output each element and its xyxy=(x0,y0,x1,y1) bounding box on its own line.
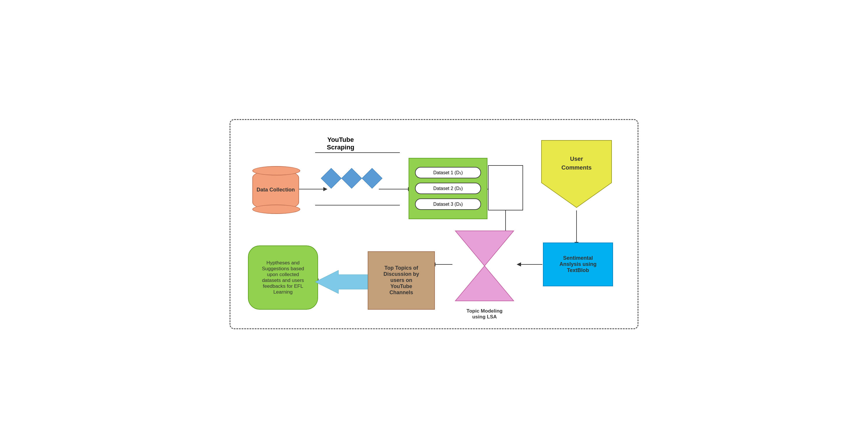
top-topics-node: Top Topics of Discussion by users on You… xyxy=(368,251,435,310)
diamond-3 xyxy=(362,168,382,189)
diamond-2 xyxy=(341,168,362,189)
cylinder-shape: Data Collection xyxy=(252,169,299,211)
big-arrow-shape xyxy=(315,270,369,294)
hourglass-shape xyxy=(453,228,517,304)
svg-marker-17 xyxy=(541,140,612,207)
topic-modeling-node: Topic Modeling using LSA xyxy=(453,228,517,304)
svg-marker-21 xyxy=(455,266,514,301)
diamond-1 xyxy=(321,168,342,189)
data-collection-label: Data Collection xyxy=(256,187,295,193)
hypotheses-node: Hyptheses and Suggestions based upon col… xyxy=(248,246,318,310)
dataset-box: Dataset 1 (D₁) Dataset 2 (D₂) Dataset 3 … xyxy=(409,158,488,219)
user-comments-shape: User Comments xyxy=(540,139,613,209)
sentiment-analysis-node: Sentimental Anslysis using TextBlob xyxy=(543,243,613,286)
dataset-item-2: Dataset 2 (D₂) xyxy=(415,183,481,194)
svg-marker-12 xyxy=(517,262,521,266)
svg-marker-22 xyxy=(315,270,368,294)
topic-modeling-label: Topic Modeling using LSA xyxy=(453,308,517,320)
top-topics-label: Top Topics of Discussion by users on You… xyxy=(383,265,419,296)
user-comments-node: User Comments xyxy=(540,139,613,210)
svg-text:Comments: Comments xyxy=(561,164,591,171)
dataset-item-3: Dataset 3 (D₃) xyxy=(415,198,481,210)
dataset-item-1: Dataset 1 (D₁) xyxy=(415,167,481,178)
youtube-scraping-label: YouTube Scraping xyxy=(327,136,354,151)
sentiment-label: Sentimental Anslysis using TextBlob xyxy=(559,255,596,274)
data-collection-node: Data Collection xyxy=(247,167,305,213)
connector-rect xyxy=(488,165,523,211)
diagram-container: YouTube Scraping Data Collection Dataset… xyxy=(229,119,639,329)
svg-marker-3 xyxy=(323,187,328,191)
svg-marker-20 xyxy=(455,231,514,266)
svg-text:User: User xyxy=(570,156,583,162)
diamonds-container xyxy=(324,171,379,186)
hypotheses-label: Hyptheses and Suggestions based upon col… xyxy=(262,260,304,295)
